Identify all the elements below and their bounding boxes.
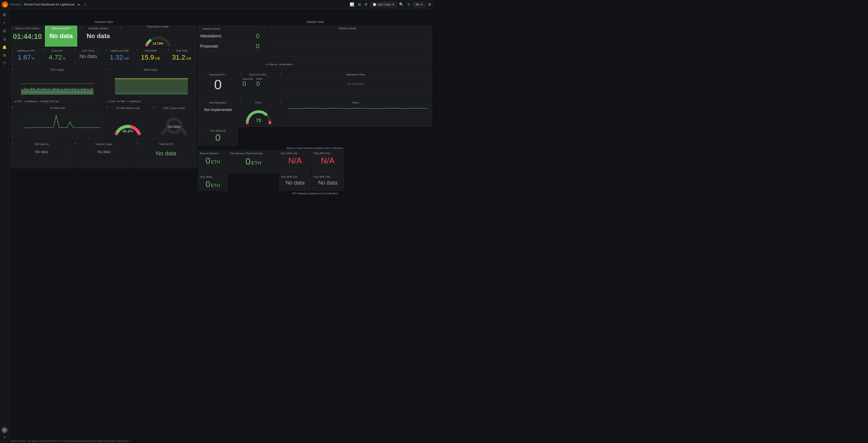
- info-icon-att-delay: ℹ: [281, 73, 281, 75]
- your-apr-7d-title: Your APR (7D): [314, 175, 342, 178]
- validator-row3: ℹ Next Attestation Not Implemented ℹ Pee…: [198, 100, 432, 127]
- sidebar-item-settings[interactable]: ⚙: [1, 52, 8, 59]
- svg-rect-35: [56, 88, 56, 95]
- info-icon-peers-gauge: ℹ: [240, 101, 241, 103]
- lighthouse-cpu-value: 1.67: [18, 54, 31, 61]
- svg-rect-11: [26, 89, 27, 95]
- solo-apr-1d-title: Solo APR (1D): [281, 152, 309, 155]
- sidebar-item-new[interactable]: +: [1, 19, 8, 26]
- dashboard-icon[interactable]: ⊞: [357, 1, 362, 7]
- peers-gauge-card: ℹ Peers 73: [239, 100, 278, 127]
- info-icon-vact-chart: ℹ: [264, 27, 265, 29]
- uptime-value: 01:44:10: [13, 32, 42, 41]
- lighthouse-cpu-card: ℹ Lighthouse CPU 1.67 %: [11, 48, 41, 66]
- app-logo[interactable]: 🔥: [2, 1, 8, 8]
- swap-gauge-card: ℹ Swap Space Usage 14.73%: [119, 25, 197, 47]
- beacon-balance-card: ℹ Beacon Balance 0 ETH: [198, 150, 227, 173]
- ram-chart-legend: Used Total Lighthouse: [106, 99, 195, 103]
- activity-chart-svg: 100.0 50.0 0 17:20 17:30 17:40 17:50 18:…: [273, 32, 428, 57]
- sidebar-item-menu[interactable]: ⊞: [1, 11, 8, 18]
- sidebar-item-alerts[interactable]: 🔔: [1, 43, 8, 51]
- settings-icon[interactable]: ⚙: [364, 1, 369, 7]
- ssd-latency-value: No data: [13, 150, 70, 154]
- used-ram-value: 15.9: [141, 54, 154, 61]
- svg-rect-56: [81, 88, 82, 95]
- info-icon-io: ℹ: [12, 106, 13, 108]
- chevron-down-icon: ▾: [393, 3, 394, 6]
- legend-lighthouse: Lighthouse: [26, 100, 37, 103]
- network-title: Network Usage: [75, 143, 132, 145]
- os-disk-gauge-svg: 46.8%: [113, 112, 143, 137]
- svg-rect-58: [84, 88, 85, 95]
- refresh-icon[interactable]: ↻: [406, 1, 411, 7]
- info-icon-next-att: ℹ: [199, 101, 200, 103]
- validator-section-title: Validator Stats: [198, 20, 432, 24]
- nav-home[interactable]: General: [10, 3, 21, 6]
- svg-rect-27: [46, 88, 47, 95]
- sidebar-item-shield[interactable]: 🛡: [1, 60, 8, 67]
- main-content: Hardware Stats ℹ Beacon Client Uptime 01…: [9, 18, 434, 198]
- info-icon-updates: ℹ: [80, 27, 81, 29]
- legend-total: Total: [17, 100, 22, 103]
- info-icon-ctemp: ℹ: [74, 49, 75, 51]
- svg-rect-43: [65, 88, 66, 95]
- info-icon-network: ℹ: [74, 142, 75, 144]
- svg-rect-32: [52, 89, 53, 95]
- peers-chart-title: Peers: [281, 101, 430, 104]
- info-icon-lcpu: ℹ: [12, 49, 13, 51]
- sidebar: ⊞ + ⊟ ◎ 🔔 ⚙ 🛡 A ?: [0, 9, 9, 222]
- graph-icon[interactable]: 📊: [349, 1, 355, 7]
- upcoming-proposals-value: 0: [200, 77, 236, 93]
- svg-rect-48: [72, 88, 72, 95]
- time-range-picker[interactable]: 🕐 Last 1 hour ▾: [370, 2, 396, 7]
- beacon-balance-title: Beacon Balance: [200, 152, 225, 155]
- nav-title: Rocket Pool Dashboard for Lighthouse: [24, 3, 74, 6]
- svg-rect-33: [53, 88, 54, 95]
- total-ram-unit: GiB: [186, 57, 191, 60]
- reboot-title: Reboot Needed?: [47, 27, 75, 30]
- cpu-temp-card: ℹ CPU Temp No data: [73, 48, 103, 66]
- legend-proposal: Proposal: [268, 63, 277, 66]
- swap-title: Swap Space Usage: [147, 25, 169, 28]
- svg-rect-46: [69, 89, 70, 95]
- hardware-row4: ℹ I/O Wait Time 40 ms 20 ms 0 s 17:20 17…: [11, 105, 197, 140]
- sidebar-item-dashboards[interactable]: ⊟: [1, 27, 8, 34]
- beacon-rewards-header: Beacon Chain Rewards (Updates Every 5 Mi…: [198, 147, 432, 149]
- next-attestation-value: Not Implemented: [200, 108, 236, 112]
- info-icon-swap: ℹ: [120, 27, 121, 29]
- info-icon-uram: ℹ: [137, 49, 137, 51]
- sync-committee-title: Sync Committe...: [241, 73, 276, 76]
- ssd-latency-card: ℹ SSD Latency No data: [11, 141, 72, 168]
- uptime-title: Beacon Client Uptime: [13, 27, 42, 30]
- reboot-value: No data: [47, 32, 75, 40]
- legend-attestation: Attestation: [282, 63, 292, 66]
- legend-total-ram: Total: [120, 100, 125, 103]
- svg-text:73: 73: [256, 118, 261, 123]
- star-icon[interactable]: ★: [76, 2, 81, 7]
- ram-chart-title: RAM Usage: [106, 68, 195, 71]
- info-icon: ℹ: [12, 27, 13, 29]
- svg-rect-30: [50, 88, 50, 95]
- svg-rect-64: [91, 88, 92, 95]
- zoom-out-icon[interactable]: 🔍: [398, 1, 405, 7]
- share-icon[interactable]: ⬡: [83, 2, 88, 7]
- beacon-balance-unit: ETH: [211, 160, 220, 164]
- svg-rect-15: [31, 88, 32, 95]
- tv-icon[interactable]: 🖥: [427, 2, 432, 7]
- svg-rect-45: [68, 88, 69, 95]
- solo-apr-1d-value: N/A: [281, 156, 309, 166]
- beacon-earnings-title: Your Beacon Chain Earnings: [230, 152, 276, 155]
- refresh-label: 30s: [415, 3, 420, 6]
- refresh-interval-picker[interactable]: 30s ▾: [413, 2, 425, 7]
- svg-text:14.73%: 14.73%: [153, 42, 163, 45]
- io-wait-title: I/O Wait Time: [13, 107, 102, 109]
- validator-activity-chart-card: ℹ Validator Activity 100.0 50.0 0 17:20 …: [262, 25, 432, 71]
- validator-activity-card: ℹ Validator Activity Attestations 0 Prop…: [198, 25, 261, 71]
- nav-separator: /: [22, 3, 23, 6]
- svg-rect-25: [43, 88, 44, 95]
- legend-used: Used: [110, 100, 115, 103]
- total-ram-value: 31.2: [172, 54, 185, 61]
- sidebar-item-explore[interactable]: ◎: [1, 35, 8, 42]
- proposals-row: Proposals 0: [200, 41, 259, 52]
- cpu-temp-value: No data: [80, 54, 97, 59]
